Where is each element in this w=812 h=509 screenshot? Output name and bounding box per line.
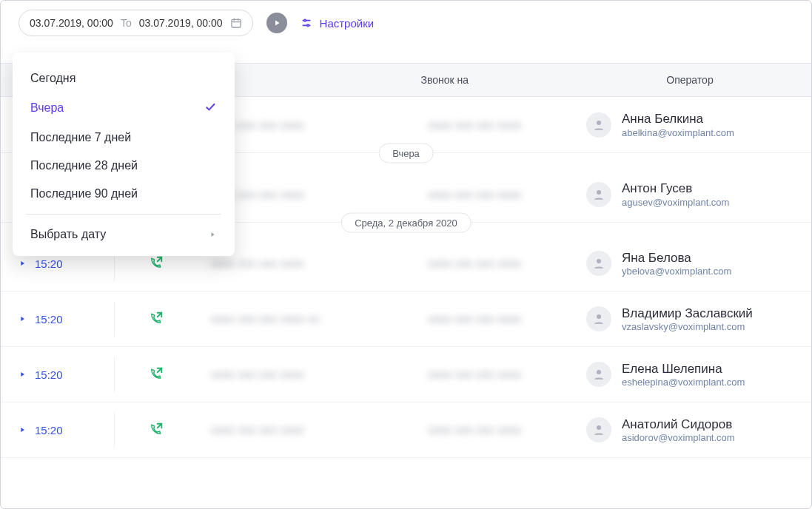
svg-point-5 <box>303 19 306 21</box>
operator-email: ybelova@voximplant.com <box>622 266 731 277</box>
operator-name: Владимир Заславский <box>622 306 753 321</box>
date-range-picker[interactable]: 03.07.2019, 00:00 To 03.07.2019, 00:00 <box>19 10 253 36</box>
svg-point-13 <box>597 425 601 430</box>
direction-cell <box>115 422 196 438</box>
preset-label: Последние 90 дней <box>30 187 138 200</box>
call-time: 15:20 <box>35 424 63 436</box>
svg-point-7 <box>306 24 309 27</box>
calendar-icon <box>230 17 242 29</box>
svg-point-12 <box>597 370 601 374</box>
number-from-cell: xxxx xxx xxx xxxx <box>196 257 392 270</box>
preset-last-28-days[interactable]: Последние 28 дней <box>13 152 235 180</box>
date-preset-dropdown: Сегодня Вчера Последние 7 дней Последние… <box>13 53 235 256</box>
preset-label: Выбрать дату <box>30 228 106 241</box>
play-icon <box>19 260 26 267</box>
preset-yesterday[interactable]: Вчера <box>13 92 235 124</box>
svg-point-8 <box>597 121 601 125</box>
column-operator: Оператор <box>586 74 793 86</box>
play-button[interactable] <box>266 13 287 33</box>
operator-email: vzaslavsky@voximplant.com <box>622 321 753 332</box>
preset-label: Вчера <box>30 101 64 115</box>
table-row[interactable]: 15:20 xxxx xxx xxx xxxx xx xxxx xxx xxx … <box>1 291 811 347</box>
settings-label: Настройки <box>320 17 375 30</box>
number-to-cell: xxxx xxx xxx xxxx <box>392 423 587 436</box>
date-separator: To <box>121 17 132 29</box>
operator-cell: Владимир Заславский vzaslavsky@voximplan… <box>586 306 793 332</box>
avatar <box>586 362 611 387</box>
avatar <box>586 417 611 442</box>
svg-point-10 <box>597 259 601 263</box>
operator-name: Антон Гусев <box>622 181 729 196</box>
preset-custom-date[interactable]: Выбрать дату <box>13 220 235 249</box>
operator-email: asidorov@voximplant.com <box>622 432 735 443</box>
operator-cell: Антон Гусев agusev@voximplant.com <box>586 181 793 207</box>
date-to: 03.07.2019, 00:00 <box>139 17 223 29</box>
operator-name: Яна Белова <box>622 250 731 266</box>
number-to-cell: xxxx xxx xxx xxxx <box>392 118 587 132</box>
svg-point-11 <box>597 314 601 319</box>
operator-name: Анатолий Сидоров <box>622 417 735 432</box>
operator-cell: Анатолий Сидоров asidorov@voximplant.com <box>586 417 793 443</box>
svg-point-9 <box>597 190 601 195</box>
preset-label: Последние 7 дней <box>30 131 131 144</box>
call-outbound-icon <box>147 422 164 438</box>
operator-cell: Анна Белкина abelkina@voximplant.com <box>586 111 793 138</box>
settings-button[interactable]: Настройки <box>301 17 375 30</box>
direction-cell <box>115 311 196 327</box>
toolbar: 03.07.2019, 00:00 To 03.07.2019, 00:00 Н… <box>1 1 811 42</box>
date-from: 03.07.2019, 00:00 <box>30 17 113 29</box>
call-time: 15:20 <box>35 368 63 381</box>
table-row[interactable]: 15:20 xxxx xxx xxx xxxx xxxx xxx xxx xxx… <box>1 347 811 402</box>
group-badge: Вчера <box>378 144 434 164</box>
avatar <box>586 306 611 331</box>
divider <box>26 214 221 215</box>
number-to-cell: xxxx xxx xxx xxxx <box>392 368 587 381</box>
operator-email: agusev@voximplant.com <box>622 197 729 208</box>
play-icon <box>19 426 26 434</box>
time-cell[interactable]: 15:20 <box>19 301 115 337</box>
preset-today[interactable]: Сегодня <box>13 64 235 92</box>
play-icon <box>19 371 26 378</box>
direction-cell <box>115 366 196 382</box>
number-to-cell: xxxx xxx xxx xxxx <box>392 188 587 201</box>
operator-email: eshelepina@voximplant.com <box>622 377 745 388</box>
number-to-cell: xxxx xxx xxx xxxx <box>392 257 587 270</box>
time-cell[interactable]: 15:20 <box>19 357 115 392</box>
avatar <box>586 182 611 207</box>
call-time: 15:20 <box>35 257 63 270</box>
play-icon <box>19 315 26 323</box>
number-to-cell: xxxx xxx xxx xxxx <box>392 312 587 326</box>
chevron-right-icon <box>208 230 217 239</box>
call-outbound-icon <box>147 311 164 327</box>
preset-label: Последние 28 дней <box>30 159 138 172</box>
direction-cell <box>115 255 196 272</box>
call-outbound-icon <box>147 366 164 382</box>
table-row[interactable]: 15:20 xxxx xxx xxx xxxx xxxx xxx xxx xxx… <box>1 402 811 458</box>
operator-name: Анна Белкина <box>622 111 734 127</box>
operator-cell: Елена Шелепина eshelepina@voximplant.com <box>586 361 793 388</box>
number-from-cell: xxxx xxx xxx xxxx <box>196 423 392 436</box>
call-outbound-icon <box>147 255 164 272</box>
time-cell[interactable]: 15:20 <box>19 412 115 448</box>
svg-rect-0 <box>232 19 241 27</box>
preset-label: Сегодня <box>30 72 76 85</box>
preset-last-90-days[interactable]: Последние 90 дней <box>13 180 235 208</box>
number-from-cell: xxxx xxx xxx xxxx <box>196 368 392 381</box>
avatar <box>586 251 611 276</box>
avatar <box>586 112 611 138</box>
group-badge: Среда, 2 декабря 2020 <box>340 213 472 233</box>
operator-cell: Яна Белова ybelova@voximplant.com <box>586 250 793 277</box>
operator-email: abelkina@voximplant.com <box>622 127 734 138</box>
check-icon <box>204 100 217 116</box>
call-time: 15:20 <box>35 313 63 326</box>
preset-last-7-days[interactable]: Последние 7 дней <box>13 124 235 152</box>
number-from-cell: xxxx xxx xxx xxxx xx <box>196 312 392 326</box>
operator-name: Елена Шелепина <box>622 361 745 377</box>
column-call-to: Звонок на <box>392 74 587 86</box>
